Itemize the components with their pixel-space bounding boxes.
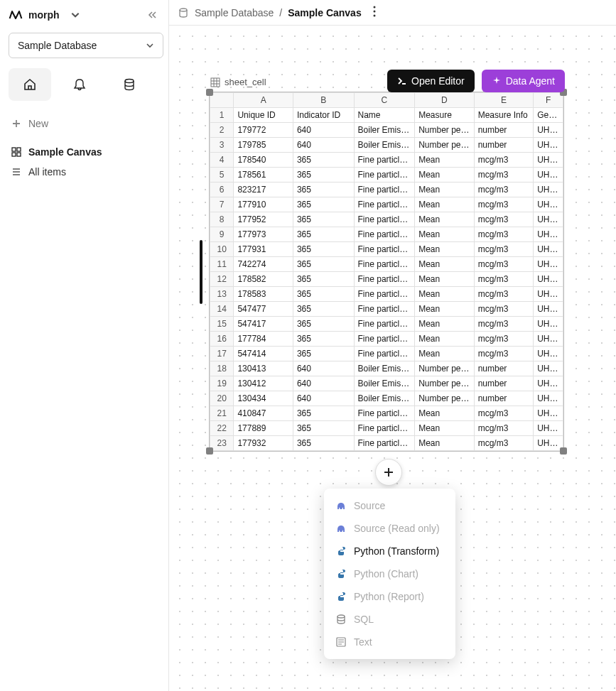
cell[interactable]: Mean <box>415 302 475 317</box>
menu-item-source-read-only-[interactable]: Source (Read only) <box>324 517 455 540</box>
cell[interactable]: mcg/m3 <box>474 168 534 183</box>
cell[interactable]: mcg/m3 <box>474 302 534 317</box>
cell[interactable]: mcg/m3 <box>474 257 534 272</box>
notifications-button[interactable] <box>58 68 101 101</box>
cell[interactable]: Mean <box>415 183 475 197</box>
menu-item-python-report-[interactable]: Python (Report) <box>324 585 455 608</box>
cell[interactable]: UHF42 <box>534 376 563 391</box>
cell[interactable]: Boiler Emission... <box>354 123 415 138</box>
cell[interactable]: 640 <box>293 361 354 376</box>
cell[interactable]: 365 <box>293 406 354 421</box>
cell[interactable]: mcg/m3 <box>474 272 534 287</box>
cell[interactable]: 742274 <box>234 257 293 272</box>
cell[interactable]: 640 <box>293 123 354 138</box>
brand[interactable]: morph <box>9 7 85 23</box>
cell[interactable]: 365 <box>293 287 354 302</box>
cell[interactable]: Number per km2 <box>415 138 475 153</box>
header-cell[interactable]: Measure <box>415 108 475 123</box>
cell[interactable]: 178540 <box>234 153 293 168</box>
cell[interactable]: Mean <box>415 197 475 212</box>
column-letter[interactable]: D <box>415 93 475 108</box>
row-number[interactable]: 18 <box>210 361 234 376</box>
cell[interactable]: UHF42 <box>534 361 563 376</box>
cell[interactable]: 177952 <box>234 212 293 227</box>
cell[interactable]: UHF42 <box>534 138 563 153</box>
resize-handle-bl[interactable] <box>206 447 213 455</box>
cell[interactable]: mcg/m3 <box>474 406 534 421</box>
cell[interactable]: UHF42 <box>534 421 563 436</box>
cell[interactable]: UHF42 <box>534 183 563 197</box>
database-button[interactable] <box>108 68 151 101</box>
cell[interactable]: 365 <box>293 227 354 242</box>
row-number[interactable]: 19 <box>210 376 234 391</box>
cell[interactable]: Fine particles (P... <box>354 168 415 183</box>
cell[interactable]: 640 <box>293 138 354 153</box>
cell[interactable]: 365 <box>293 272 354 287</box>
cell[interactable]: 365 <box>293 347 354 361</box>
sidebar-item-canvas[interactable]: Sample Canvas <box>9 142 160 162</box>
cell[interactable]: number <box>474 123 534 138</box>
cell[interactable]: Mean <box>415 153 475 168</box>
cell[interactable]: 130413 <box>234 361 293 376</box>
breadcrumb-root[interactable]: Sample Database <box>195 7 274 18</box>
cell[interactable]: 365 <box>293 168 354 183</box>
cell[interactable]: Fine particles (P... <box>354 421 415 436</box>
cell[interactable]: Fine particles (P... <box>354 436 415 451</box>
column-letter[interactable]: F <box>534 93 563 108</box>
cell[interactable]: Number per km2 <box>415 123 475 138</box>
cell[interactable]: 547414 <box>234 347 293 361</box>
cell[interactable]: mcg/m3 <box>474 242 534 257</box>
cell[interactable]: Number per km2 <box>415 376 475 391</box>
header-cell[interactable]: Indicator ID <box>293 108 354 123</box>
resize-handle-tl[interactable] <box>206 89 213 96</box>
cell[interactable]: Fine particles (P... <box>354 347 415 361</box>
cell[interactable]: 640 <box>293 376 354 391</box>
menu-item-python-transform-[interactable]: Python (Transform) <box>324 540 455 562</box>
cell[interactable]: Mean <box>415 272 475 287</box>
cell[interactable]: number <box>474 138 534 153</box>
cell[interactable]: mcg/m3 <box>474 347 534 361</box>
cell[interactable]: Fine particles (P... <box>354 212 415 227</box>
column-letter[interactable]: B <box>293 93 354 108</box>
canvas[interactable]: Open Editor Data Agent sheet_cell <box>169 26 616 691</box>
page-menu-button[interactable] <box>373 6 376 19</box>
cell[interactable]: mcg/m3 <box>474 436 534 451</box>
cell[interactable]: Mean <box>415 436 475 451</box>
cell[interactable]: UHF42 <box>534 436 563 451</box>
cell[interactable]: 365 <box>293 197 354 212</box>
cell[interactable]: 547417 <box>234 317 293 332</box>
cell[interactable]: Fine particles (P... <box>354 302 415 317</box>
cell[interactable]: UHF42 <box>534 287 563 302</box>
cell[interactable]: UHF42 <box>534 391 563 406</box>
row-number[interactable]: 20 <box>210 391 234 406</box>
home-button[interactable] <box>9 68 51 101</box>
cell[interactable]: Mean <box>415 317 475 332</box>
column-letter[interactable]: A <box>234 93 293 108</box>
column-letter[interactable]: C <box>354 93 415 108</box>
cell[interactable]: Number per km2 <box>415 391 475 406</box>
cell[interactable]: 365 <box>293 257 354 272</box>
cell[interactable]: 365 <box>293 183 354 197</box>
cell[interactable]: Fine particles (P... <box>354 287 415 302</box>
row-number[interactable]: 23 <box>210 436 234 451</box>
row-number[interactable]: 15 <box>210 317 234 332</box>
row-number[interactable]: 14 <box>210 302 234 317</box>
cell[interactable]: mcg/m3 <box>474 332 534 347</box>
cell[interactable]: 365 <box>293 153 354 168</box>
row-number[interactable]: 2 <box>210 123 234 138</box>
row-number[interactable]: 13 <box>210 287 234 302</box>
cell[interactable]: 177973 <box>234 227 293 242</box>
cell[interactable]: 365 <box>293 212 354 227</box>
row-number[interactable]: 11 <box>210 257 234 272</box>
cell[interactable]: 365 <box>293 242 354 257</box>
row-number[interactable]: 6 <box>210 183 234 197</box>
row-number[interactable]: 7 <box>210 197 234 212</box>
cell[interactable]: UHF42 <box>534 272 563 287</box>
row-number[interactable]: 21 <box>210 406 234 421</box>
header-cell[interactable]: Name <box>354 108 415 123</box>
cell[interactable]: Fine particles (P... <box>354 183 415 197</box>
cell[interactable]: Mean <box>415 332 475 347</box>
header-cell[interactable]: Unique ID <box>234 108 293 123</box>
edge-handle-left[interactable] <box>200 240 202 304</box>
cell[interactable]: 178583 <box>234 287 293 302</box>
